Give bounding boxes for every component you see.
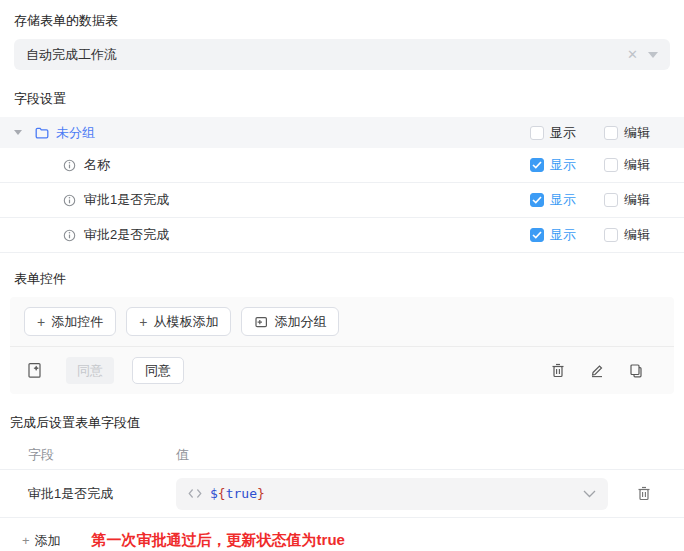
completion-row: 审批1是否完成 ${true} [0, 470, 684, 518]
add-control-label: 添加控件 [51, 313, 103, 331]
code-rbrace: } [257, 486, 265, 501]
panel-toolbar: + 添加控件 + 从模板添加 添加分组 [10, 297, 674, 346]
annotation-text: 第一次审批通过后，更新状态值为true [92, 531, 345, 550]
field-show-cell: 显示 [530, 156, 590, 174]
formula-code: ${true} [210, 486, 265, 501]
agree-button[interactable]: 同意 [132, 357, 184, 384]
collapse-caret-icon[interactable] [14, 130, 22, 135]
add-from-template-label: 从模板添加 [153, 313, 218, 331]
folder-icon [35, 127, 49, 139]
delete-icon[interactable] [634, 484, 654, 504]
add-group-label: 添加分组 [274, 313, 326, 331]
field-show-cell: 显示 [530, 226, 590, 244]
datasource-select[interactable]: 自动完成工作流 ✕ [14, 39, 670, 70]
field-edit-checkbox[interactable] [604, 158, 618, 172]
field-name: 名称 [63, 156, 110, 174]
control-row-actions [548, 361, 660, 381]
field-edit-checkbox[interactable] [604, 228, 618, 242]
field-edit-cell: 编辑 [604, 191, 664, 209]
code-icon [188, 488, 202, 499]
form-file-icon [24, 361, 44, 381]
agree-button-label: 同意 [145, 362, 171, 380]
info-icon [63, 159, 76, 172]
add-row-label: 添加 [35, 532, 61, 550]
group-show-checkbox[interactable] [530, 126, 544, 140]
info-icon [63, 194, 76, 207]
completion-footer: + 添加 第一次审批通过后，更新状态值为true [22, 531, 684, 550]
column-field: 字段 [28, 446, 176, 464]
field-show-checkbox[interactable] [530, 228, 544, 242]
field-settings-label: 字段设置 [14, 90, 670, 108]
field-name-text: 审批1是否完成 [84, 191, 169, 209]
field-group-row: 未分组 显示 编辑 [0, 117, 684, 148]
show-label: 显示 [550, 156, 576, 174]
clear-icon[interactable]: ✕ [627, 48, 638, 61]
plus-icon: + [22, 533, 30, 548]
delete-icon[interactable] [548, 361, 568, 381]
field-show-cell: 显示 [530, 191, 590, 209]
plus-icon: + [37, 315, 45, 329]
field-name-text: 名称 [84, 156, 110, 174]
chevron-down-icon[interactable] [648, 52, 658, 58]
field-name-text: 审批2是否完成 [84, 226, 169, 244]
code-lbrace: { [218, 486, 226, 501]
field-settings-table: 未分组 显示 编辑 名称 显示 编辑 [0, 117, 684, 253]
value-formula-select[interactable]: ${true} [176, 478, 608, 510]
agree-tag-disabled: 同意 [66, 357, 114, 384]
completion-table-header: 字段 值 [0, 440, 684, 470]
field-row: 名称 显示 编辑 [0, 148, 684, 183]
group-name-text: 未分组 [56, 124, 95, 142]
field-row: 审批2是否完成 显示 编辑 [0, 218, 684, 253]
field-edit-cell: 编辑 [604, 226, 664, 244]
code-body: true [226, 486, 257, 501]
edit-label: 编辑 [624, 191, 650, 209]
group-show-cell: 显示 [530, 124, 590, 142]
code-dollar: $ [210, 486, 218, 501]
field-edit-checkbox[interactable] [604, 193, 618, 207]
add-row-button[interactable]: + 添加 [22, 532, 61, 550]
edit-icon[interactable] [587, 361, 607, 381]
completion-label: 完成后设置表单字段值 [10, 414, 670, 432]
completion-field-name: 审批1是否完成 [28, 485, 176, 503]
copy-icon[interactable] [626, 361, 646, 381]
chevron-down-icon[interactable] [583, 490, 596, 498]
edit-label: 编辑 [624, 226, 650, 244]
add-group-button[interactable]: 添加分组 [241, 307, 339, 336]
group-edit-checkbox[interactable] [604, 126, 618, 140]
add-control-button[interactable]: + 添加控件 [24, 307, 116, 336]
edit-label: 编辑 [624, 124, 650, 142]
edit-label: 编辑 [624, 156, 650, 174]
show-label: 显示 [550, 191, 576, 209]
datasource-select-value: 自动完成工作流 [26, 46, 627, 64]
field-name: 审批1是否完成 [63, 191, 169, 209]
form-controls-label: 表单控件 [14, 270, 670, 288]
datasource-label: 存储表单的数据表 [14, 12, 670, 30]
add-from-template-button[interactable]: + 从模板添加 [126, 307, 231, 336]
field-row: 审批1是否完成 显示 编辑 [0, 183, 684, 218]
info-icon [63, 229, 76, 242]
field-name: 审批2是否完成 [63, 226, 169, 244]
field-edit-cell: 编辑 [604, 156, 664, 174]
add-group-icon [254, 315, 268, 329]
plus-icon: + [139, 315, 147, 329]
show-label: 显示 [550, 124, 576, 142]
form-controls-panel: + 添加控件 + 从模板添加 添加分组 同意 同意 [10, 297, 674, 394]
field-show-checkbox[interactable] [530, 158, 544, 172]
column-value: 值 [176, 446, 189, 464]
group-edit-cell: 编辑 [604, 124, 664, 142]
group-title: 未分组 [35, 124, 95, 142]
control-item-row: 同意 同意 [10, 347, 674, 394]
field-show-checkbox[interactable] [530, 193, 544, 207]
show-label: 显示 [550, 226, 576, 244]
